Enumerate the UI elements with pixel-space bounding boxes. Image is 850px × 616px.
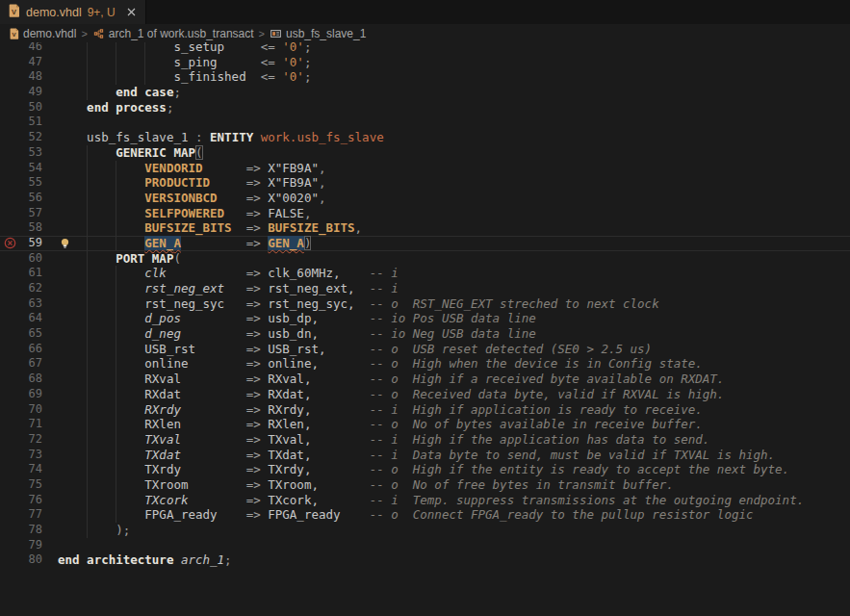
line-number[interactable]: 78 (19, 523, 42, 538)
line-number[interactable]: 61 (19, 266, 42, 281)
tab-demo-vhdl[interactable]: V demo.vhdl 9+, U (0, 0, 146, 24)
code-line[interactable]: 49 end case; (0, 85, 850, 100)
line-number[interactable]: 47 (19, 55, 42, 70)
code-line-content[interactable]: PORT MAP( (58, 251, 850, 267)
line-number[interactable]: 57 (19, 206, 42, 221)
code-line[interactable]: 71 RXlen => RXlen, -- o No of bytes avai… (0, 417, 850, 432)
line-number[interactable]: 77 (19, 507, 42, 523)
code-line-content[interactable]: RXdat => RXdat, -- o Received data byte,… (58, 387, 850, 402)
breadcrumb-item-architecture[interactable]: arch_1 of work.usb_transact (92, 27, 254, 40)
code-line-content[interactable]: SELFPOWERED => FALSE, (58, 206, 850, 221)
code-line-content[interactable]: BUFSIZE_BITS => BUFSIZE_BITS, (58, 220, 850, 236)
code-line[interactable]: 63 rst_neg_syc => rst_neg_syc, -- o RST_… (0, 296, 850, 312)
code-line-content[interactable]: end case; (58, 85, 850, 100)
line-number[interactable]: 74 (19, 462, 42, 477)
line-number[interactable]: 72 (19, 432, 42, 448)
line-number[interactable]: 79 (19, 538, 42, 553)
line-number[interactable]: 49 (19, 85, 42, 100)
line-number[interactable]: 54 (19, 161, 42, 176)
code-line-content[interactable]: s_finished <= '0'; (58, 69, 850, 85)
code-line-content[interactable]: USB_rst => USB_rst, -- o USB reset detec… (58, 342, 850, 357)
lightbulb-icon[interactable] (60, 238, 70, 249)
line-number[interactable]: 60 (19, 251, 42, 267)
line-number[interactable]: 75 (19, 477, 42, 493)
code-line[interactable]: 73 TXdat => TXdat, -- i Data byte to sen… (0, 448, 850, 463)
line-number[interactable]: 56 (19, 191, 42, 206)
code-line-content[interactable]: usb_fs_slave_1 : ENTITY work.usb_fs_slav… (58, 130, 850, 145)
code-line[interactable]: 50 end process; (0, 100, 850, 116)
code-line[interactable]: 69 RXdat => RXdat, -- o Received data by… (0, 387, 850, 402)
code-line[interactable]: 74 TXrdy => TXrdy, -- o High if the enti… (0, 462, 850, 477)
line-number[interactable]: 50 (19, 100, 42, 116)
code-line-content[interactable]: RXval => RXval, -- o High if a received … (58, 372, 850, 387)
code-line[interactable]: 61 clk => clk_60MHz, -- i (0, 266, 850, 281)
line-number[interactable]: 62 (19, 281, 42, 296)
code-line[interactable]: 78 ); (0, 523, 850, 538)
code-line-content[interactable]: clk => clk_60MHz, -- i (58, 266, 850, 281)
code-line[interactable]: 53 GENERIC MAP( (0, 145, 850, 161)
line-number[interactable]: 67 (19, 356, 42, 372)
code-line-content[interactable]: TXcork => TXcork, -- i Temp. suppress tr… (58, 493, 850, 508)
line-number[interactable]: 46 (19, 42, 42, 55)
code-line[interactable]: 54 VENDORID => X"FB9A", (0, 161, 850, 176)
code-line-content[interactable]: rst_neg_syc => rst_neg_syc, -- o RST_NEG… (58, 296, 850, 312)
code-line-content[interactable]: TXval => TXval, -- i High if the applica… (58, 432, 850, 448)
code-line[interactable]: 79 (0, 538, 850, 553)
code-line[interactable]: 60 PORT MAP( (0, 251, 850, 267)
code-line[interactable]: 46 s_setup <= '0'; (0, 42, 850, 55)
line-number[interactable]: 68 (19, 372, 42, 387)
code-line[interactable]: 52 usb_fs_slave_1 : ENTITY work.usb_fs_s… (0, 130, 850, 145)
line-number[interactable]: 53 (19, 145, 42, 161)
code-line[interactable]: 75 TXroom => TXroom, -- o No of free byt… (0, 477, 850, 493)
code-line[interactable]: 55 PRODUCTID => X"FB9A", (0, 175, 850, 191)
code-line[interactable]: 72 TXval => TXval, -- i High if the appl… (0, 432, 850, 448)
code-line-content[interactable]: d_neg => usb_dn, -- io Neg USB data line (58, 326, 850, 342)
code-line-content[interactable]: TXdat => TXdat, -- i Data byte to send, … (58, 448, 850, 463)
line-number[interactable]: 66 (19, 342, 42, 357)
code-line-content[interactable]: end architecture arch_1; (58, 552, 850, 568)
code-line[interactable]: 76 TXcork => TXcork, -- i Temp. suppress… (0, 493, 850, 508)
line-number[interactable]: 70 (19, 402, 42, 418)
code-line[interactable]: 48 s_finished <= '0'; (0, 69, 850, 85)
code-line-content[interactable]: RXrdy => RXrdy, -- i High if application… (58, 402, 850, 418)
code-line[interactable]: 80end architecture arch_1; (0, 552, 850, 568)
line-number[interactable]: 58 (19, 220, 42, 236)
line-number[interactable]: 73 (19, 448, 42, 463)
code-line-content[interactable]: TXrdy => TXrdy, -- o High if the entity … (58, 462, 850, 477)
line-number[interactable]: 55 (19, 175, 42, 191)
code-line-content[interactable]: GEN_A => GEN_A) (58, 236, 850, 251)
line-number[interactable]: 59 (19, 236, 42, 251)
code-line-content[interactable]: GENERIC MAP( (58, 145, 850, 161)
code-line-content[interactable]: FPGA_ready => FPGA_ready -- o Connect FP… (58, 507, 850, 523)
code-line[interactable]: 59 GEN_A => GEN_A) (0, 236, 850, 251)
code-line-content[interactable]: s_setup <= '0'; (58, 42, 850, 55)
breadcrumb-item-file[interactable]: V demo.vhdl (10, 27, 76, 40)
code-line[interactable]: 70 RXrdy => RXrdy, -- i High if applicat… (0, 402, 850, 418)
line-number[interactable]: 64 (19, 311, 42, 326)
close-icon[interactable] (127, 8, 136, 16)
code-line-content[interactable] (58, 538, 850, 553)
code-line-content[interactable]: online => online, -- o High when the dev… (58, 356, 850, 372)
code-line[interactable]: 58 BUFSIZE_BITS => BUFSIZE_BITS, (0, 220, 850, 236)
breadcrumb-item-instance[interactable]: usb_fs_slave_1 (270, 27, 366, 40)
code-line[interactable]: 57 SELFPOWERED => FALSE, (0, 206, 850, 221)
code-line[interactable]: 64 d_pos => usb_dp, -- io Pos USB data l… (0, 311, 850, 326)
code-line-content[interactable]: rst_neg_ext => rst_neg_ext, -- i (58, 281, 850, 296)
code-line[interactable]: 67 online => online, -- o High when the … (0, 356, 850, 372)
line-number[interactable]: 65 (19, 326, 42, 342)
line-number[interactable]: 69 (19, 387, 42, 402)
code-line-content[interactable]: end process; (58, 100, 850, 116)
line-number[interactable]: 52 (19, 130, 42, 145)
line-number[interactable]: 76 (19, 493, 42, 508)
code-line-content[interactable]: PRODUCTID => X"FB9A", (58, 175, 850, 191)
code-line-content[interactable]: VERSIONBCD => X"0020", (58, 191, 850, 206)
code-line-content[interactable]: TXroom => TXroom, -- o No of free bytes … (58, 477, 850, 493)
line-number[interactable]: 48 (19, 69, 42, 85)
code-line[interactable]: 65 d_neg => usb_dn, -- io Neg USB data l… (0, 326, 850, 342)
code-line-content[interactable]: VENDORID => X"FB9A", (58, 161, 850, 176)
code-line-content[interactable]: ); (58, 523, 850, 538)
code-editor[interactable]: 46 s_setup <= '0';47 s_ping <= '0';48 s_… (0, 42, 850, 616)
line-number[interactable]: 51 (19, 115, 42, 130)
code-line-content[interactable]: d_pos => usb_dp, -- io Pos USB data line (58, 311, 850, 326)
code-line[interactable]: 51 (0, 115, 850, 130)
